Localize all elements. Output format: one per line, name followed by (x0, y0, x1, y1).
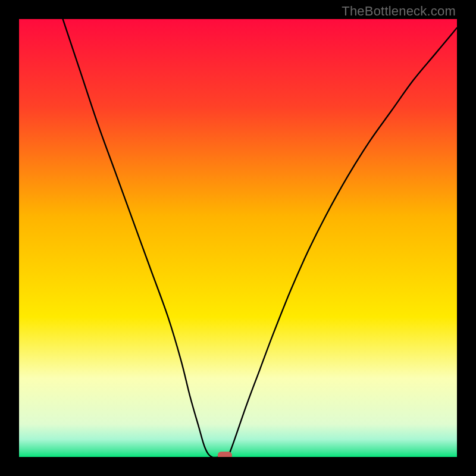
chart-frame: TheBottleneck.com (0, 0, 476, 476)
plot-area (19, 19, 457, 457)
minimum-marker (218, 452, 232, 457)
bottleneck-curve (63, 19, 457, 457)
watermark-text: TheBottleneck.com (342, 4, 456, 19)
chart-svg (19, 19, 457, 457)
